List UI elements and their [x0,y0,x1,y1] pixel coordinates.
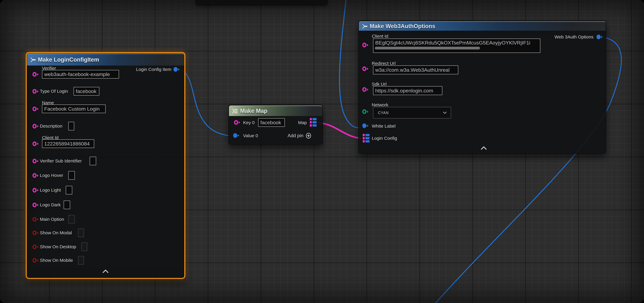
verifier-input[interactable]: web3auth-facebook-example [42,70,119,78]
field-label: Show On Mobile [40,258,73,263]
blueprint-canvas[interactable]: Make LoginConfigItem Login Config Item V… [0,0,644,303]
show-on-mobile-checkbox[interactable] [78,256,84,265]
key0-input[interactable]: facebook [258,118,285,127]
wire-loginconfigitem-to-value0[interactable] [178,70,230,136]
chevron-down-icon [443,112,447,114]
verifier-sub-identifier-input[interactable] [90,156,96,165]
pin-white-label-object[interactable] [362,124,368,128]
node-make-loginconfigitem[interactable]: Make LoginConfigItem Login Config Item V… [26,52,185,279]
show-on-modal-checkbox[interactable] [78,228,84,237]
show-on-desktop-checkbox[interactable] [81,242,87,251]
field-label: Main Option [40,217,64,222]
client-id-input[interactable]: BEglQSgt4cUWcj6SKRdu5QkOXTsePmMcusG5EAoy… [373,38,540,53]
logo-dark-input[interactable] [64,200,70,209]
field-label: Sdk Url [372,82,386,87]
wire-top-to-whitelabel[interactable] [340,0,361,128]
field-label: Type Of Login [40,89,68,94]
client-id-input[interactable]: 1222658941886084 [42,139,94,148]
pin-show-on-desktop-bool[interactable] [32,244,39,249]
field-label: Logo Light [40,188,61,193]
pin-description-string[interactable] [32,124,39,128]
main-option-checkbox[interactable] [68,215,75,224]
node-title: Make Web3AuthOptions [370,23,435,30]
field-label: Description [40,124,62,129]
node-header[interactable]: Make Web3AuthOptions [359,21,606,31]
network-selected-value: CYAN [378,110,389,115]
pin-key0-string[interactable] [234,120,240,125]
pin-login-config-map[interactable] [363,134,370,142]
node-title: Make LoginConfigItem [38,56,99,63]
field-label: Verifier Sub Identifier [40,158,82,164]
pin-client-id-string[interactable] [362,43,368,47]
pin-logo-hover-string[interactable] [32,173,39,178]
value0-label: Value 0 [243,133,258,138]
output-label: Login Config Item [130,67,171,72]
field-label: Login Config [372,136,397,141]
network-dropdown[interactable]: CYAN [373,107,451,118]
field-label: Logo Dark [40,202,60,208]
key0-label: Key 0 [243,120,255,125]
node-make-map[interactable]: Make Map Key 0 facebook Map Value 0 Add … [228,105,323,144]
pin-verifier-sub-identifier-string[interactable] [32,159,39,163]
field-label: Show On Desktop [40,244,76,249]
wire-map-to-loginconfig[interactable] [319,123,361,138]
field-label: White Label [372,124,396,129]
add-pin-plus-icon [306,133,312,139]
node-header[interactable]: Make LoginConfigItem [27,54,184,66]
pin-main-option-bool[interactable] [32,217,39,222]
name-input[interactable]: Facebook Custom Login [42,104,106,113]
pin-redirect-url-string[interactable] [362,66,368,71]
node-make-web3authoptions[interactable]: Make Web3AuthOptions Web 3Auth Options C… [358,20,606,154]
pin-show-on-modal-bool[interactable] [32,230,39,235]
make-struct-icon [362,23,368,29]
pin-name-string[interactable] [32,106,39,111]
logo-hover-input[interactable] [68,171,75,180]
pin-network-enum[interactable] [362,109,368,114]
pin-logo-dark-string[interactable] [32,202,39,207]
chevron-up-icon[interactable] [480,146,487,150]
field-label: Logo Hover [40,173,63,178]
pin-verifier-string[interactable] [32,72,39,77]
pin-map-output[interactable] [310,118,316,126]
sdk-url-input[interactable]: https://sdk.openlogin.com [373,86,442,95]
pin-client-id-string[interactable] [32,142,39,146]
field-label: Client Id [372,34,388,39]
add-pin-button[interactable]: Add pin [288,133,312,139]
node-title: Make Map [240,108,268,114]
type-of-login-input[interactable]: facebook [74,87,99,96]
offscreen-node-bottom[interactable] [196,0,328,5]
client-id-scrollbar[interactable] [375,47,480,50]
logo-light-input[interactable] [66,186,72,194]
chevron-up-icon[interactable] [102,269,109,274]
map-output-label: Map [286,120,307,125]
field-label: Network [372,102,388,108]
field-label: Redirect Url [372,61,396,66]
pin-show-on-mobile-bool[interactable] [32,258,39,263]
description-input[interactable] [68,122,74,130]
output-label: Web 3Auth Options [552,34,594,40]
pin-type-of-login-string[interactable] [32,89,39,94]
pin-sdk-url-string[interactable] [362,87,368,92]
pin-login-config-item-output[interactable] [174,67,180,72]
pin-web3auth-options-output[interactable] [596,34,603,39]
redirect-url-input[interactable]: w3a://com.w3a.Web3AuthUnreal [373,66,458,74]
field-label: Show On Modal [40,230,72,235]
node-header[interactable]: Make Map [229,106,322,116]
make-struct-icon [30,57,36,63]
make-map-icon [232,108,238,114]
pin-value0-object[interactable] [233,133,239,138]
add-pin-label: Add pin [288,133,303,138]
pin-logo-light-string[interactable] [32,188,39,192]
